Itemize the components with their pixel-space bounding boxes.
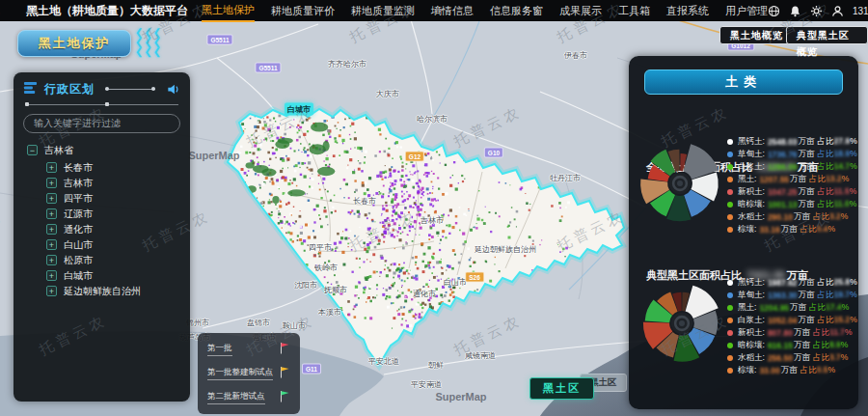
black-soil-overview-button[interactable]: 黑土地概览 <box>719 26 794 44</box>
bell-icon[interactable] <box>789 5 801 17</box>
top-navigation-bar: 黑土地（耕地质量）大数据平台 黑土地保护耕地质量评价耕地质量监测墒情信息信息服务… <box>0 0 868 21</box>
globe-icon[interactable] <box>768 5 780 17</box>
tree-item-label: 吉林省 <box>44 144 73 157</box>
soil-type-header-button[interactable]: 土类 <box>644 69 843 95</box>
expand-icon[interactable]: + <box>46 162 57 173</box>
legend-unit: 万亩 <box>790 174 806 185</box>
nav-item[interactable]: 直报系统 <box>666 1 709 21</box>
soil-legend-item: 棕壤:33.00万亩占比0.5% <box>727 364 854 376</box>
legend-value: 1052.04 <box>768 316 798 325</box>
tree-item[interactable]: +吉林市 <box>46 176 180 191</box>
legend-dot <box>727 280 733 286</box>
legend-dot <box>727 305 733 311</box>
legend-percent: 占比13.2% <box>809 174 849 185</box>
legend-dot <box>727 189 733 195</box>
zone-toggle-active[interactable]: 黑土区 <box>529 377 594 400</box>
legend-dot <box>727 330 733 336</box>
flag-icon <box>280 341 290 358</box>
app-stage: 齐齐哈尔市大庆市伊春市哈尔滨市牡丹江市白城市长春市吉林市四平市延边朝鲜族自治州白… <box>0 0 868 416</box>
legend-value: 1204.95 <box>759 303 789 313</box>
soil-type-panel: 土类 全省黑土耕地面积占比 9150.07万亩 黑钙土:2548.03万亩占比2… <box>629 56 858 409</box>
legend-unit: 万亩 <box>799 277 815 289</box>
legend-label: 黑土: <box>738 174 756 185</box>
opacity-slider[interactable] <box>105 89 155 90</box>
legend-value: 616.15 <box>768 341 793 350</box>
legend-label: 暗棕壤: <box>738 340 765 351</box>
legend-value: 290.10 <box>768 212 793 222</box>
legend-label: 新积土: <box>738 327 765 339</box>
expand-icon[interactable]: + <box>46 224 57 235</box>
tree-item-province[interactable]: − 吉林省 <box>27 143 180 158</box>
legend-label: 黑土: <box>738 302 756 314</box>
legend-unit: 万亩 <box>799 186 815 198</box>
tree-item[interactable]: +辽源市 <box>46 207 180 222</box>
tree-item[interactable]: +松原市 <box>46 253 180 268</box>
nav-item[interactable]: 用户管理 <box>725 1 768 21</box>
legend-unit: 万亩 <box>781 365 798 376</box>
soil-rose-chart-typical <box>640 282 723 365</box>
legend-dot <box>727 202 733 208</box>
expand-icon[interactable]: + <box>46 270 57 281</box>
soil-legend-item: 棕壤:33.16万亩占比0.4% <box>727 223 854 236</box>
nav-item[interactable]: 墒情信息 <box>431 1 474 21</box>
soil-legend-item: 暗棕壤:616.15万亩占比8.9% <box>727 339 854 351</box>
app-title: 黑土地（耕地质量）大数据平台 <box>26 3 188 19</box>
nav-item[interactable]: 耕地质量评价 <box>271 1 335 21</box>
legend-dot <box>727 227 733 233</box>
header-actions: 131****0001 ▾ <box>768 5 868 17</box>
user-phone[interactable]: 131****0001 <box>853 6 868 16</box>
tree-item[interactable]: +延边朝鲜族自治州 <box>46 284 180 299</box>
legend-value: 1736.76 <box>768 150 798 159</box>
nav-item[interactable]: 成果展示 <box>559 1 602 21</box>
gear-icon[interactable] <box>810 5 823 17</box>
legend-percent: 占比3.7% <box>813 352 848 364</box>
pilot-legend-row: 第一批整建制试点 <box>207 365 290 382</box>
legend-unit: 万亩 <box>781 224 798 236</box>
legend-value: 1001.13 <box>768 200 798 209</box>
expand-icon[interactable]: + <box>46 178 57 188</box>
tree-item[interactable]: +通化市 <box>46 222 180 237</box>
user-icon[interactable] <box>831 5 844 17</box>
legend-unit: 万亩 <box>799 315 815 326</box>
legend-label: 白浆土: <box>738 161 765 173</box>
search-input[interactable] <box>23 114 180 133</box>
expand-icon[interactable]: + <box>46 193 57 204</box>
legend-dot <box>727 292 733 298</box>
legend-unit: 万亩 <box>794 352 810 364</box>
district-tree-icon <box>23 80 38 98</box>
expand-icon[interactable]: + <box>46 286 57 296</box>
legend-percent: 占比27.9% <box>818 136 857 148</box>
tree-item-label: 白山市 <box>64 238 93 252</box>
nav-item[interactable]: 黑土地保护 <box>202 0 255 22</box>
pilot-legend-row: 第二批新增试点 <box>207 389 290 406</box>
legend-label: 黑钙土: <box>738 136 765 148</box>
tree-item[interactable]: +白城市 <box>46 268 180 284</box>
rose-center <box>679 320 685 326</box>
panel-slider[interactable] <box>25 104 178 105</box>
collapse-icon[interactable]: − <box>27 145 38 155</box>
tree-item-label: 四平市 <box>64 192 93 206</box>
tree-item[interactable]: +长春市 <box>46 160 180 176</box>
module-banner-black-soil-protection[interactable]: 黑土地保护 <box>17 30 131 57</box>
tree-item-label: 长春市 <box>64 161 93 175</box>
legend-label: 黑钙土: <box>738 277 765 289</box>
legend-percent: 占比0.5% <box>800 365 835 376</box>
nav-item[interactable]: 工具箱 <box>618 1 650 21</box>
tree-item[interactable]: +白山市 <box>46 237 180 253</box>
tree-item-label: 松原市 <box>64 254 93 267</box>
soil-legend-item: 暗棕壤:1001.13万亩占比11.0% <box>727 198 854 210</box>
legend-label: 草甸土: <box>738 290 765 301</box>
expand-icon[interactable]: + <box>46 208 57 219</box>
expand-icon[interactable]: + <box>46 255 57 265</box>
legend-percent: 占比14.7% <box>818 161 857 173</box>
nav-item[interactable]: 信息服务窗 <box>490 1 543 21</box>
nav-item[interactable]: 耕地质量监测 <box>351 1 415 21</box>
tree-item[interactable]: +四平市 <box>46 191 180 207</box>
typical-black-soil-overview-button[interactable]: 典型黑土区概览 <box>786 26 868 44</box>
speaker-icon[interactable] <box>166 82 180 97</box>
legend-percent: 占比19.7% <box>818 290 857 301</box>
legend-value: 33.00 <box>759 366 779 375</box>
expand-icon[interactable]: + <box>46 239 57 250</box>
pilot-legend-label: 第一批整建制试点 <box>207 367 273 380</box>
module-banner-label: 黑土地保护 <box>39 35 111 52</box>
